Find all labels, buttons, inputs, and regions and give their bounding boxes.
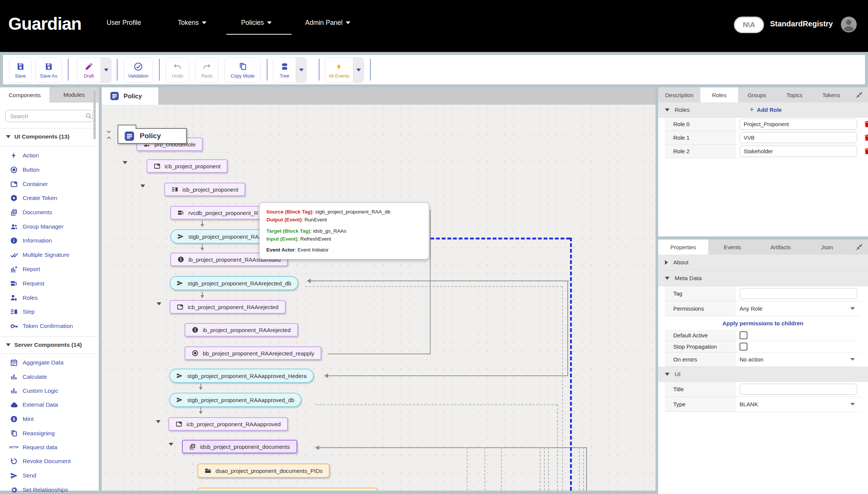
tab-modules[interactable]: Modules [49, 87, 99, 102]
sidebar-item-create-token[interactable]: Create Token [0, 192, 93, 204]
role-name-input[interactable] [740, 146, 857, 157]
tab-groups[interactable]: Groups [738, 87, 776, 102]
redo-button[interactable]: Redo [195, 57, 219, 83]
nav-admin-panel[interactable]: Admin Panel [305, 19, 350, 27]
expand-toggle[interactable] [169, 443, 173, 446]
tab-roles[interactable]: Roles [700, 87, 738, 102]
node-ib_project_proponent_RAArejected[interactable]: ib_project_proponent_RAArejected [185, 323, 298, 337]
tab-properties[interactable]: Properties [658, 239, 708, 255]
collapse-panel-icon[interactable] [851, 87, 868, 102]
node-bb_project_proponent_RAArejected_reapply[interactable]: bb_project_proponent_RAArejected_reapply [185, 346, 321, 360]
about-section-header[interactable]: About [658, 255, 868, 270]
node-partial-bottom[interactable] [197, 488, 377, 491]
tab-artifacts[interactable]: Artifacts [756, 239, 805, 255]
ui-components-header[interactable]: UI Components (13) [6, 132, 69, 142]
nav-policies[interactable]: Policies [241, 19, 272, 27]
ui-section-header[interactable]: UI [658, 367, 868, 382]
sidebar-item-multiple-signature[interactable]: Multiple Signature [0, 249, 93, 261]
tree-dropdown[interactable] [296, 58, 306, 82]
node-dsao_project_proponent_documents_PIDs[interactable]: dsao_project_proponent_documents_PIDs [197, 464, 330, 478]
sidebar-item-aggregate-data[interactable]: Aggregate Data [0, 356, 93, 369]
root-policy-node[interactable]: Policy [118, 128, 187, 144]
delete-role-icon[interactable] [863, 134, 868, 141]
on-errors-select[interactable]: No action [740, 356, 857, 363]
tab-events[interactable]: Events [708, 239, 756, 255]
title-input[interactable] [740, 384, 857, 395]
sidebar-item-button[interactable]: Button [0, 163, 93, 176]
sidebar-item-request-data[interactable]: HTTP Request data [0, 441, 93, 454]
node-isb_project_proponent[interactable]: isb_project_proponent [164, 183, 245, 196]
sidebar-item-request[interactable]: Request [0, 277, 93, 290]
sidebar-item-container[interactable]: Container [0, 178, 93, 191]
tab-components[interactable]: Components [0, 87, 49, 102]
save-button[interactable]: Save [9, 57, 32, 83]
tab-tokens[interactable]: Tokens [813, 87, 849, 102]
canvas-body[interactable]: Policy prb_chooseRole icb_project_propon… [102, 105, 656, 491]
permissions-select[interactable]: Any Role [740, 305, 857, 312]
role-name-input[interactable] [740, 119, 857, 130]
role-row: Role 0 [665, 117, 861, 131]
tag-input[interactable] [740, 288, 857, 299]
canvas-tab-policy[interactable]: Policy [102, 87, 158, 105]
stop-propagation-row: Stop Propagation [665, 341, 861, 352]
sidebar-item-group-manager[interactable]: Group Manager [0, 220, 93, 233]
nav-user-profile[interactable]: User Profile [107, 19, 141, 27]
apply-permissions-button[interactable]: Apply permissions to children [665, 316, 861, 330]
node-icb_project_proponent_RAAapproved[interactable]: icb_project_proponent_RAAapproved [168, 417, 288, 431]
server-components-header[interactable]: Server Components (14) [6, 340, 82, 350]
expand-toggle[interactable] [123, 161, 127, 164]
sidebar-item-roles[interactable]: Roles [0, 291, 93, 304]
tab-json[interactable]: Json [805, 239, 849, 255]
sidebar-item-step[interactable]: Step [0, 305, 93, 318]
node-icb_project_proponent[interactable]: icb_project_proponent [147, 159, 228, 173]
tab-description[interactable]: Description [658, 87, 700, 102]
collapse-panel-icon[interactable] [851, 239, 868, 255]
expand-toggle[interactable] [141, 184, 145, 188]
all-events-button[interactable]: All Events [325, 58, 353, 82]
sidebar-item-external-data[interactable]: External Data [0, 398, 93, 411]
sidebar-item-send[interactable]: Send [0, 469, 93, 482]
tree-view-button[interactable]: Tree [273, 58, 296, 82]
sidebar-item-token-confirmation[interactable]: Token Confirmation [0, 320, 93, 332]
sidebar-item-action[interactable]: Action [0, 149, 93, 162]
stop-propagation-checkbox[interactable] [740, 343, 747, 351]
sidebar-item-documents[interactable]: Documents [0, 206, 93, 219]
sidebar-item-revoke-document[interactable]: Revoke Document [0, 455, 93, 468]
sidebar-item-set-relationships[interactable]: Set Relationships [0, 483, 93, 494]
undo-button[interactable]: Undo [166, 57, 189, 83]
meta-data-section-header[interactable]: Meta Data [658, 270, 868, 286]
sidebar-scrollbar[interactable] [93, 90, 96, 139]
add-role-button[interactable]: + Add Role [750, 105, 782, 114]
draft-dropdown[interactable] [101, 58, 111, 82]
node-stgb_project_proponent_RAAapproved_db[interactable]: stgb_project_proponent_RAAapproved_db [169, 393, 301, 407]
role-name-input[interactable] [740, 132, 857, 143]
type-select[interactable]: BLANK [740, 401, 857, 407]
validation-button[interactable]: Validation [124, 57, 153, 83]
sidebar-item-report[interactable]: Report [0, 263, 93, 276]
tree-collapse-controls[interactable] [105, 130, 113, 140]
avatar[interactable] [840, 16, 857, 33]
node-rvcdb_project_proponent[interactable]: rvcdb_project_proponent_R [170, 206, 267, 220]
all-events-dropdown[interactable] [353, 58, 364, 82]
draft-button[interactable]: Draft [77, 58, 101, 82]
sidebar-item-custom-logic[interactable]: Custom Logic [0, 384, 93, 397]
tab-topics[interactable]: Topics [776, 87, 813, 102]
expand-toggle[interactable] [157, 302, 161, 305]
sidebar-item-reassigning[interactable]: Reassigning [0, 427, 93, 440]
delete-role-icon[interactable] [863, 148, 868, 155]
expand-toggle[interactable] [156, 420, 160, 423]
nav-tokens[interactable]: Tokens [178, 19, 206, 27]
sidebar-item-information[interactable]: Information [0, 234, 93, 247]
default-active-checkbox[interactable] [740, 331, 747, 339]
node-stgb_project_proponent_RAAapproved_Hedera[interactable]: stgb_project_proponent_RAAapproved_Heder… [169, 369, 314, 383]
delete-role-icon[interactable] [863, 120, 868, 128]
node-icb_project_proponent_RAArejected[interactable]: icb_project_proponent_RAArejected [170, 300, 286, 314]
role-label: Role 0 [665, 117, 736, 131]
copy-mode-button[interactable]: Copy Mode [225, 57, 261, 83]
sidebar-item-calculate[interactable]: Calculate [0, 370, 93, 383]
node-idsb_project_proponent_documents[interactable]: idsb_project_proponent_documents [182, 440, 297, 453]
sidebar-item-mint[interactable]: $ Mint [0, 413, 93, 425]
node-stgb_project_proponent_RAArejected_db[interactable]: stgb_project_proponent_RAArejected_db [170, 276, 298, 290]
save-as-button[interactable]: Save As [35, 57, 62, 83]
search-input[interactable] [6, 113, 85, 119]
